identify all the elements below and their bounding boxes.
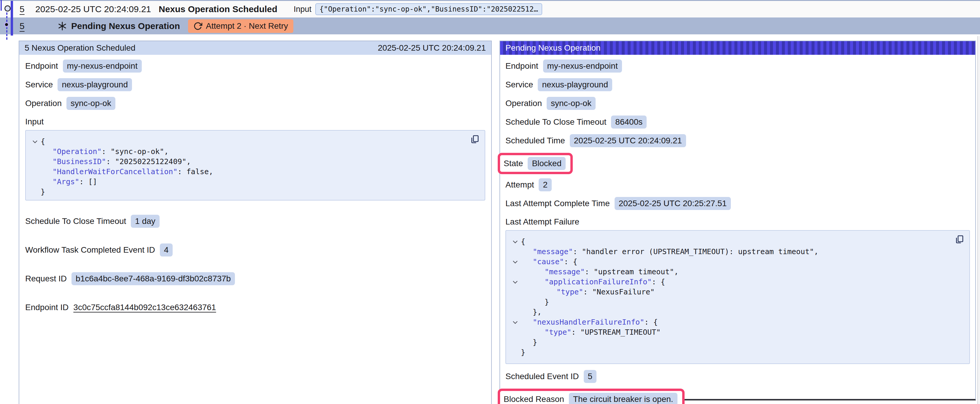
field-value-chip: sync-op-ok: [67, 97, 115, 110]
field-value-chip: 2025-02-25 UTC 20:24:09.21: [570, 134, 686, 147]
field-value-chip: nexus-playground: [57, 78, 132, 91]
event-detail-header-title: 5 Nexus Operation Scheduled: [25, 43, 135, 53]
input-json-block: {"Operation": "sync-op-ok","BusinessID":…: [25, 130, 485, 201]
field-value-link[interactable]: 3c0c75ccfa8144b092c13ce632463761: [73, 303, 216, 312]
code-gutter: [509, 307, 521, 317]
code-gutter: [29, 157, 41, 167]
last-attempt-failure-label: Last Attempt Failure: [506, 217, 970, 227]
field-label: Operation: [506, 99, 542, 108]
timeline-node-circle: [5, 5, 11, 11]
code-gutter: [29, 177, 41, 187]
code-gutter: [509, 337, 521, 347]
field-value-chip: 4: [160, 244, 173, 257]
code-text: "Operation": "sync-op-ok",: [41, 147, 169, 157]
code-text: }: [521, 297, 549, 307]
scrollbar-gutter[interactable]: [977, 36, 980, 404]
code-line: "applicationFailureInfo": {: [509, 277, 963, 287]
code-text: "cause": {: [521, 257, 578, 267]
field-label: Service: [25, 80, 53, 89]
field-label: Workflow Task Completed Event ID: [25, 245, 155, 255]
json-key: "message": [544, 268, 585, 276]
json-key: "BusinessID": [52, 157, 106, 166]
json-key: "nexusHandlerFailureInfo": [533, 318, 644, 326]
field-label: Attempt: [506, 180, 534, 190]
field-row: Endpointmy-nexus-endpoint: [506, 60, 970, 73]
copy-icon[interactable]: [955, 234, 964, 244]
field-row: Endpointmy-nexus-endpoint: [25, 60, 485, 73]
code-gutter: [29, 147, 41, 157]
code-text: {: [41, 136, 45, 147]
field-row: Scheduled Time2025-02-25 UTC 20:24:09.21: [506, 134, 970, 147]
field-label: Scheduled Event ID: [506, 372, 579, 381]
code-gutter: [509, 347, 521, 358]
json-key: "applicationFailureInfo": [544, 277, 652, 286]
event-row-pending-nexus-operation[interactable]: 5 Pending Nexus Operation Attempt 2 · Ne…: [0, 17, 980, 34]
highlight-box: StateBlocked: [498, 153, 573, 174]
input-preview-chip: {"Operation":"sync-op-ok","BusinessID":"…: [315, 3, 542, 15]
code-text: "message": "upstream timeout",: [521, 267, 679, 277]
code-text: }: [41, 187, 45, 197]
code-gutter: [509, 287, 521, 297]
pending-operation-header: Pending Nexus Operation: [500, 41, 975, 55]
code-line: "type": "UPSTREAM_TIMEOUT": [509, 327, 963, 337]
code-text: "BusinessID": "20250225122409",: [41, 157, 191, 167]
chevron-down-icon[interactable]: [509, 237, 521, 247]
field-value-chip: 2: [539, 178, 552, 191]
event-detail-panel: 5 Nexus Operation Scheduled 2025-02-25 U…: [19, 41, 492, 404]
code-gutter: [509, 247, 521, 257]
code-gutter: [509, 297, 521, 307]
json-key: "cause": [533, 257, 564, 266]
field-row: Operationsync-op-ok: [506, 97, 970, 110]
field-label: Endpoint ID: [25, 303, 68, 312]
field-row: Schedule To Close Timeout86400s: [506, 116, 970, 128]
pending-title: Pending Nexus Operation: [71, 21, 180, 31]
chevron-down-icon[interactable]: [509, 277, 521, 287]
code-text: }: [521, 337, 537, 347]
code-gutter: [29, 167, 41, 177]
json-key: "message": [533, 247, 573, 256]
field-label: Operation: [25, 99, 62, 108]
code-line: "Args": []: [29, 177, 479, 187]
code-text: "applicationFailureInfo": {: [521, 277, 665, 287]
field-label: Schedule To Close Timeout: [25, 217, 126, 226]
event-title: Nexus Operation Scheduled: [159, 4, 277, 14]
field-value-chip: sync-op-ok: [547, 97, 596, 110]
field-label: Schedule To Close Timeout: [506, 117, 606, 127]
chevron-down-icon[interactable]: [509, 257, 521, 267]
code-line: }: [29, 187, 479, 197]
copy-icon[interactable]: [470, 134, 480, 144]
field-label: Blocked Reason: [504, 394, 564, 404]
input-label: Input: [294, 5, 312, 14]
json-key: "Args": [52, 177, 79, 186]
field-value-chip: b1c6a4bc-8ee7-468a-9169-df3b02c8737b: [72, 272, 235, 285]
code-gutter: [29, 187, 41, 197]
event-id-link[interactable]: 5: [19, 4, 25, 14]
field-value-chip: my-nexus-endpoint: [543, 60, 622, 73]
field-row: Scheduled Event ID5: [506, 370, 970, 383]
field-label: State: [504, 159, 523, 168]
code-gutter: [509, 267, 521, 277]
field-row: Endpoint ID3c0c75ccfa8144b092c13ce632463…: [25, 301, 485, 314]
event-timestamp: 2025-02-25 UTC 20:24:09.21: [35, 4, 151, 14]
field-row: StateBlocked: [506, 153, 970, 174]
field-value-chip: 5: [584, 370, 597, 383]
timeline-connector: [1, 0, 2, 11]
event-id-link[interactable]: 5: [19, 21, 25, 31]
retry-icon: [193, 22, 202, 30]
field-row: Servicenexus-playground: [25, 78, 485, 91]
field-label: Endpoint: [506, 61, 538, 71]
field-row: Servicenexus-playground: [506, 78, 970, 91]
code-line: }: [509, 347, 963, 358]
attempt-badge-label: Attempt 2 · Next Retry: [206, 21, 288, 31]
code-line: {: [509, 237, 963, 247]
pending-operation-panel: Pending Nexus Operation Endpointmy-nexus…: [500, 41, 976, 401]
chevron-down-icon[interactable]: [509, 317, 521, 327]
field-row: Last Attempt Complete Time2025-02-25 UTC…: [506, 197, 970, 210]
field-value-chip: 86400s: [611, 116, 647, 128]
chevron-down-icon[interactable]: [29, 136, 41, 147]
code-text: "HandlerWaitForCancellation": false,: [41, 167, 213, 177]
code-line: "message": "handler error (UPSTREAM_TIME…: [509, 247, 963, 257]
field-label: Service: [506, 80, 533, 89]
field-label: Scheduled Time: [506, 136, 565, 146]
event-row-nexus-operation-scheduled[interactable]: 5 2025-02-25 UTC 20:24:09.21 Nexus Opera…: [0, 1, 980, 17]
